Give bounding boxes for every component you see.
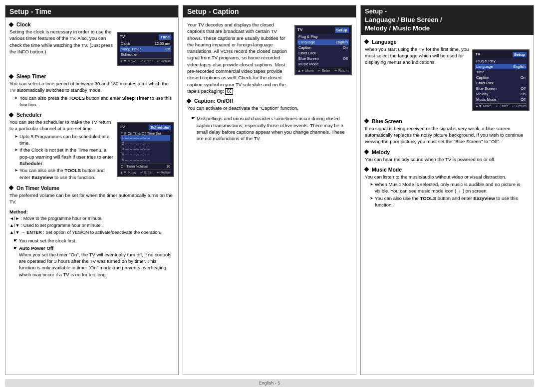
scheduler-header: Scheduler bbox=[9, 112, 174, 118]
music-mode-header: Music Mode bbox=[365, 167, 530, 173]
page-container: Setup - Time Clock Setting the clock is … bbox=[0, 0, 539, 392]
diamond-icon-4 bbox=[9, 186, 14, 191]
melody-text: You can hear melody sound when the TV is… bbox=[365, 156, 530, 163]
section-scheduler: Scheduler You can set the scheduler to m… bbox=[9, 112, 174, 181]
tv-cap-row4: Child Lock bbox=[297, 50, 349, 56]
tv-screen-lang: TV Setup Plug & Play LanguageEnglish Tim… bbox=[472, 49, 530, 111]
on-timer-text: The preferred volume can be set for when… bbox=[9, 192, 174, 205]
method-title: Method: bbox=[9, 209, 174, 214]
section-caption-onoff: Caption: On/Off You can activate or deac… bbox=[187, 98, 352, 111]
sleep-timer-arrow1: You can also press the TOOLS button and … bbox=[14, 95, 174, 108]
footer-text: English - 5 bbox=[259, 381, 280, 386]
sleep-timer-text: You can select a time period of between … bbox=[9, 80, 174, 94]
columns: Setup - Time Clock Setting the clock is … bbox=[5, 5, 534, 375]
tv-lang-row7: MelodyOn bbox=[475, 91, 527, 97]
section-sleep-timer: Sleep Timer You can select a time period… bbox=[9, 73, 174, 108]
scheduler-arrow2: If the Clock is not set in the Time menu… bbox=[14, 147, 114, 167]
tv-cap-row5: Blue ScreenOff bbox=[297, 56, 349, 61]
tv-cap-header: TV Setup bbox=[297, 27, 349, 33]
col-setup-time: Setup - Time Clock Setting the clock is … bbox=[5, 5, 179, 375]
scheduler-arrow3: You can also use the TOOLS button and en… bbox=[14, 167, 114, 181]
tv-lang-wrapper: TV Setup Plug & Play LanguageEnglish Tim… bbox=[472, 47, 530, 113]
diamond-icon-6 bbox=[364, 39, 369, 44]
tv-cap-nav: ▲▼ Move ↵ Enter ↩ Return bbox=[297, 68, 349, 73]
tv-scheduler-wrapper: TV Scheduler #P On Time Off Time Set 1 -… bbox=[117, 120, 174, 179]
tv-screen-caption: TV Setup Plug & Play LanguageEnglish Cap… bbox=[294, 25, 352, 75]
page-footer: English - 5 bbox=[5, 379, 534, 387]
clock-text: Setting the clock is necessary in order … bbox=[9, 28, 114, 55]
diamond-icon bbox=[9, 22, 14, 27]
section-melody: Melody You can hear melody sound when th… bbox=[365, 149, 530, 163]
tv-row-clock: Clock12:00 am bbox=[120, 41, 171, 46]
tv-row-sleep: Sleep TimerOff bbox=[120, 46, 171, 52]
caption-intro: Your TV decodes and displays the closed … bbox=[187, 21, 291, 95]
tv-cap-row3: CaptionOn bbox=[297, 45, 349, 50]
col3-title: Setup - Language / Blue Screen / Melody … bbox=[361, 5, 534, 35]
tv-caption-wrapper: TV Setup Plug & Play LanguageEnglish Cap… bbox=[294, 23, 352, 77]
tv-cap-row2: LanguageEnglish bbox=[297, 39, 349, 45]
tv-time-screen: TV Time Clock12:00 am Sleep TimerOff Sch… bbox=[117, 30, 174, 68]
col-setup-lang: Setup - Language / Blue Screen / Melody … bbox=[360, 5, 534, 375]
diamond-icon-5 bbox=[187, 98, 192, 103]
tv-time-header: TV Time bbox=[120, 34, 171, 40]
method-section: Method: ◄/► : Move to the programme hour… bbox=[9, 209, 174, 278]
tv-lang-row4: CaptionOn bbox=[475, 75, 527, 80]
tv-lang-row2: LanguageEnglish bbox=[475, 64, 527, 69]
tv-screen-scheduler: TV Scheduler #P On Time Off Time Set 1 -… bbox=[117, 122, 174, 177]
section-language: Language When you start using the TV for… bbox=[365, 39, 530, 114]
section-music-mode: Music Mode You can listen to the music/a… bbox=[365, 167, 530, 208]
diamond-icon-3 bbox=[9, 112, 14, 117]
melody-header: Melody bbox=[365, 149, 530, 155]
tv-lang-row5: Child Lock bbox=[475, 80, 527, 86]
caption-note-text: Misspellings and unusual characters some… bbox=[197, 115, 352, 142]
method-item-2: ▲/▼ : Used to set programme hour or minu… bbox=[9, 222, 174, 229]
tv-sched-nav: ▲▼ Move ↵ Enter ↩ Return bbox=[120, 170, 171, 175]
music-mode-arrow1: When Music Mode is selected, only music … bbox=[370, 181, 530, 195]
tv-lang-row6: Blue ScreenOff bbox=[475, 86, 527, 91]
section-blue-screen: Blue Screen If no signal is being receiv… bbox=[365, 118, 530, 145]
note-item-1: You must set the clock first. bbox=[13, 237, 174, 244]
language-text: When you start using the TV for the firs… bbox=[365, 46, 469, 66]
caption-note: Misspellings and unusual characters some… bbox=[191, 115, 352, 142]
tv-lang-row1: Plug & Play bbox=[475, 58, 527, 64]
blue-screen-text: If no signal is being received or the si… bbox=[365, 125, 530, 145]
tv-lang-header: TV Setup bbox=[475, 52, 527, 57]
method-item-3: ▲/▼ → ENTER : Set option of YES/ON to ac… bbox=[9, 229, 174, 236]
tv-cap-row1: Plug & Play bbox=[297, 34, 349, 39]
caption-onoff-header: Caption: On/Off bbox=[187, 98, 352, 104]
tv-lang-nav: ▲▼ Move ↵ Enter ↩ Return bbox=[475, 103, 527, 108]
on-timer-header: On Timer Volume bbox=[9, 185, 174, 191]
scheduler-text: You can set the scheduler to make the TV… bbox=[9, 119, 114, 132]
diamond-icon-7 bbox=[364, 119, 369, 124]
section-clock: Clock Setting the clock is necessary in … bbox=[9, 21, 174, 69]
caption-symbol: CC bbox=[225, 88, 233, 95]
tv-cap-row6: Music Mode bbox=[297, 61, 349, 67]
clock-header: Clock bbox=[9, 21, 174, 27]
diamond-icon-9 bbox=[364, 167, 369, 172]
sleep-timer-header: Sleep Timer bbox=[9, 73, 174, 79]
tv-row-scheduler: Scheduler bbox=[120, 52, 171, 57]
blue-screen-header: Blue Screen bbox=[365, 118, 530, 124]
col-setup-caption: Setup - Caption Your TV decodes and disp… bbox=[183, 5, 356, 375]
caption-onoff-text: You can activate or deactivate the "Capt… bbox=[187, 105, 352, 111]
tv-sched-header: TV Scheduler bbox=[120, 125, 171, 130]
tv-screen-time: TV Time Clock12:00 am Sleep TimerOff Sch… bbox=[117, 32, 174, 66]
col1-title: Setup - Time bbox=[5, 5, 178, 17]
tv-time-nav: ▲▼ Move ↵ Enter ↩ Return bbox=[120, 58, 171, 63]
col2-title: Setup - Caption bbox=[183, 5, 356, 17]
method-item-1: ◄/► : Move to the programme hour or minu… bbox=[9, 215, 174, 222]
language-header: Language bbox=[365, 39, 530, 45]
tv-lang-row3: Time bbox=[475, 69, 527, 75]
section-on-timer: On Timer Volume The preferred volume can… bbox=[9, 185, 174, 205]
music-mode-text: You can listen to the music/audio withou… bbox=[365, 174, 530, 180]
diamond-icon-2 bbox=[9, 74, 14, 79]
diamond-icon-8 bbox=[364, 150, 369, 155]
music-mode-arrow2: You can also use the TOOLS button and en… bbox=[370, 195, 530, 208]
note-item-2: Auto Power OffWhen you set the timer "On… bbox=[13, 245, 174, 278]
tv-lang-row8: Music ModeOff bbox=[475, 97, 527, 102]
scheduler-arrow1: Upto 5 Programmes can be scheduled at a … bbox=[14, 133, 114, 147]
